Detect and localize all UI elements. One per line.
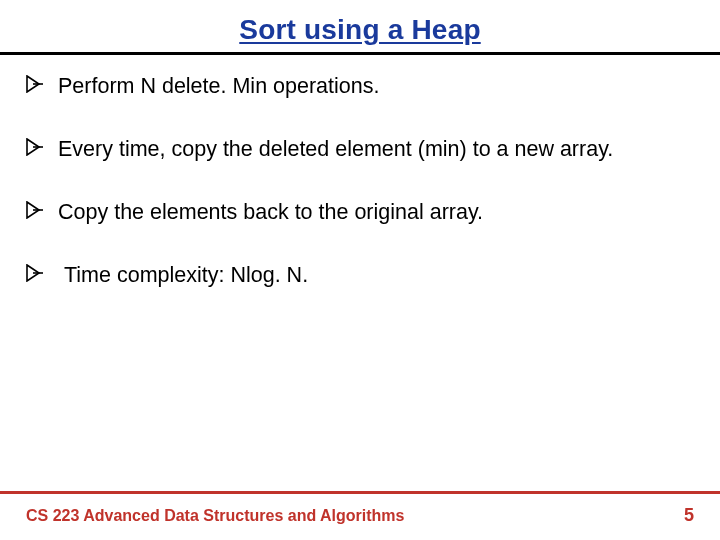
footer-page-number: 5	[684, 505, 694, 526]
list-item: Time complexity: Nlog. N.	[26, 262, 694, 289]
arrow-bullet-icon	[26, 138, 44, 156]
slide: Sort using a Heap Perform N delete. Min …	[0, 0, 720, 540]
footer-course: CS 223 Advanced Data Structures and Algo…	[26, 507, 404, 525]
footer-rule	[0, 491, 720, 494]
list-item: Perform N delete. Min operations.	[26, 73, 694, 100]
content-area: Perform N delete. Min operations. Every …	[0, 55, 720, 289]
slide-title: Sort using a Heap	[239, 14, 480, 46]
bullet-text: Copy the elements back to the original a…	[58, 199, 694, 226]
bullet-text: Time complexity: Nlog. N.	[58, 262, 694, 289]
arrow-bullet-icon	[26, 75, 44, 93]
list-item: Every time, copy the deleted element (mi…	[26, 136, 694, 163]
footer: CS 223 Advanced Data Structures and Algo…	[26, 505, 694, 526]
list-item: Copy the elements back to the original a…	[26, 199, 694, 226]
bullet-text: Every time, copy the deleted element (mi…	[58, 136, 694, 163]
bullet-text: Perform N delete. Min operations.	[58, 73, 694, 100]
arrow-bullet-icon	[26, 264, 44, 282]
arrow-bullet-icon	[26, 201, 44, 219]
title-wrap: Sort using a Heap	[0, 0, 720, 46]
